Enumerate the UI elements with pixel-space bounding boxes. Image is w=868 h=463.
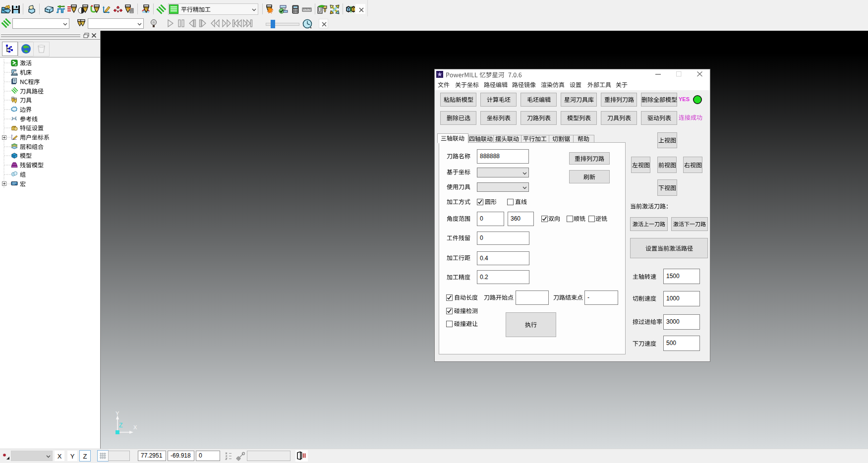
svg-text:Z: Z (119, 422, 122, 429)
svg-text:Y: Y (116, 410, 119, 416)
svg-text:X: X (133, 424, 137, 430)
